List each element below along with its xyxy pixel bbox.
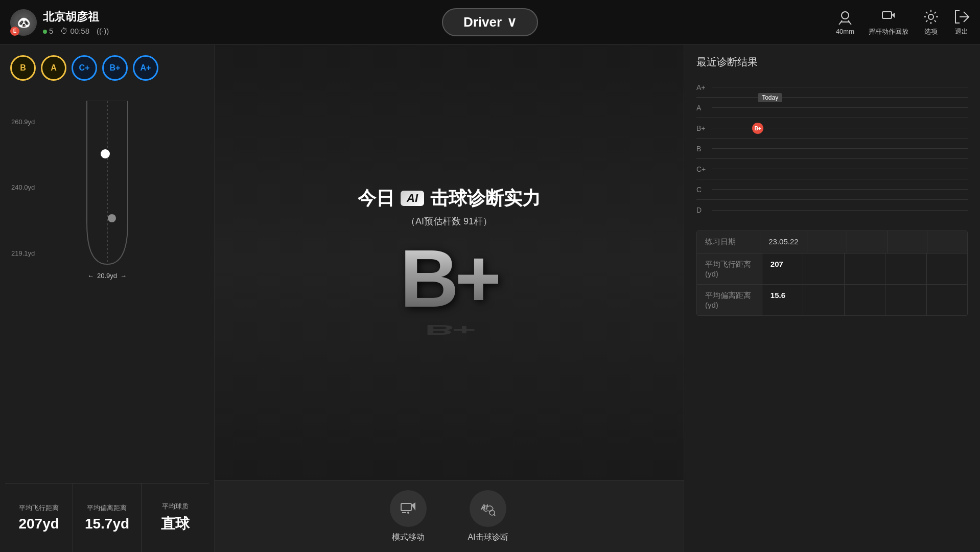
table-date-4 bbox=[888, 231, 928, 253]
club-selector[interactable]: Driver ∨ bbox=[442, 8, 538, 36]
shot-chart-area: 260.9yd 240.0yd 219.1yd ← bbox=[5, 89, 209, 286]
avatar: 🐼 E bbox=[10, 9, 37, 36]
y-label-mid: 240.0yd bbox=[11, 183, 35, 191]
ai-diagnosis-button[interactable]: AI AI击球诊断 bbox=[468, 490, 508, 543]
main-content: B A C+ B+ A+ 260.9yd 240.0yd 219.1yd bbox=[0, 45, 980, 552]
table-distance-val3 bbox=[845, 254, 885, 284]
grade-display: B+ B+ bbox=[400, 238, 499, 340]
y-label-bot: 219.1yd bbox=[11, 249, 35, 257]
table-distance-val1: 207 bbox=[762, 254, 803, 284]
grade-line-b bbox=[712, 148, 968, 149]
grade-label-d: D bbox=[696, 206, 712, 214]
player-name: 北京胡彦祖 bbox=[43, 9, 109, 25]
grade-row-a: A Today bbox=[696, 98, 968, 118]
chart-y-labels: 260.9yd 240.0yd 219.1yd bbox=[11, 89, 35, 286]
svg-rect-1 bbox=[882, 12, 892, 18]
grade-badge-cplus[interactable]: C+ bbox=[72, 55, 97, 81]
header: 🐼 E 北京胡彦祖 5 ⏱ 00:58 ((·)) Driver ∨ 40mm … bbox=[0, 0, 980, 45]
options-button[interactable]: 选项 bbox=[923, 9, 939, 36]
ai-diagnosis-icon: AI bbox=[470, 490, 506, 527]
stat-label-quality: 平均球质 bbox=[162, 502, 189, 511]
signal-icon: ((·)) bbox=[97, 27, 109, 35]
grade-badge-a[interactable]: A bbox=[41, 55, 66, 81]
header-left: 🐼 E 北京胡彦祖 5 ⏱ 00:58 ((·)) bbox=[10, 9, 164, 36]
stat-ball-quality: 平均球质 直球 bbox=[142, 484, 209, 552]
options-label: 选项 bbox=[924, 27, 938, 36]
table-date-1: 23.05.22 bbox=[760, 231, 807, 253]
table-distance-label: 平均飞行距离(yd) bbox=[697, 254, 762, 284]
avatar-badge: E bbox=[10, 27, 19, 36]
grade-line-cplus bbox=[712, 169, 968, 169]
ai-title: 今日 AI 击球诊断实力 bbox=[358, 186, 541, 211]
table-deviation-val5 bbox=[927, 285, 967, 315]
mode-move-label: 模式移动 bbox=[392, 532, 425, 543]
svg-point-0 bbox=[842, 12, 849, 19]
title-suffix: 击球诊断实力 bbox=[430, 186, 541, 211]
stat-label-deviation: 平均偏离距离 bbox=[87, 503, 127, 513]
mode-move-button[interactable]: 模式移动 bbox=[390, 490, 427, 543]
today-dot: B+ bbox=[752, 123, 763, 134]
exit-button[interactable]: 退出 bbox=[953, 9, 970, 36]
grade-badge-b[interactable]: B bbox=[10, 55, 36, 81]
grade-3d-text: B+ bbox=[400, 238, 499, 319]
grade-badges: B A C+ B+ A+ bbox=[5, 55, 209, 89]
lens-label: 40mm bbox=[836, 28, 854, 35]
svg-rect-5 bbox=[401, 503, 411, 511]
stat-label-distance: 平均飞行距离 bbox=[19, 503, 59, 513]
dot-green: 5 bbox=[43, 27, 53, 35]
grade-line-d bbox=[712, 210, 968, 211]
svg-point-2 bbox=[928, 14, 934, 19]
grade-label-aplus: A+ bbox=[696, 83, 712, 91]
grade-line-bplus: B+ bbox=[712, 128, 968, 128]
table-distance-val5 bbox=[927, 254, 967, 284]
table-date-2 bbox=[807, 231, 848, 253]
table-deviation-label: 平均偏离距离(yd) bbox=[697, 285, 762, 315]
club-label: Driver bbox=[463, 14, 502, 30]
y-label-top: 260.9yd bbox=[11, 118, 35, 126]
lens-button[interactable]: 40mm bbox=[836, 9, 854, 35]
center-top: 今日 AI 击球诊断实力 （AI预估杆数 91杆） B+ B+ bbox=[215, 45, 684, 480]
replay-button[interactable]: 挥杆动作回放 bbox=[869, 9, 908, 36]
club-arrow: ∨ bbox=[507, 14, 517, 30]
ai-diagnosis-label: AI击球诊断 bbox=[468, 532, 508, 543]
header-right: 40mm 挥杆动作回放 选项 退出 bbox=[816, 9, 970, 36]
stat-avg-distance: 平均飞行距离 207yd bbox=[5, 484, 73, 552]
grade-line-aplus bbox=[712, 87, 968, 87]
grade-reflection: B+ bbox=[400, 326, 499, 333]
table-deviation-val3 bbox=[845, 285, 885, 315]
table-distance-row: 平均飞行距离(yd) 207 bbox=[697, 254, 967, 285]
fairway-svg bbox=[59, 101, 156, 274]
right-panel: 最近诊断结果 A+ A Today bbox=[684, 45, 980, 552]
table-deviation-val4 bbox=[885, 285, 926, 315]
today-label: Today bbox=[758, 93, 782, 102]
grade-label-a: A bbox=[696, 104, 712, 112]
table-deviation-val2 bbox=[803, 285, 844, 315]
stat-value-distance: 207yd bbox=[18, 516, 59, 532]
stat-value-deviation: 15.7yd bbox=[85, 516, 129, 532]
table-date-5 bbox=[927, 231, 967, 253]
table-header-row: 练习日期 23.05.22 bbox=[697, 231, 967, 254]
section-title: 最近诊断结果 bbox=[696, 55, 968, 69]
table-deviation-val1: 15.6 bbox=[762, 285, 803, 315]
grade-line-a: Today bbox=[712, 107, 968, 108]
exit-label: 退出 bbox=[955, 27, 968, 36]
grade-badge-aplus[interactable]: A+ bbox=[133, 55, 158, 81]
grade-line-c bbox=[712, 189, 968, 190]
replay-label: 挥杆动作回放 bbox=[869, 27, 908, 36]
grade-chart: A+ A Today B+ B+ bbox=[696, 77, 968, 220]
table-header-label: 练习日期 bbox=[697, 231, 760, 253]
svg-text:AI: AI bbox=[480, 503, 488, 511]
stat-avg-deviation: 平均偏离距离 15.7yd bbox=[73, 484, 141, 552]
table-distance-val4 bbox=[885, 254, 926, 284]
player-meta: 5 ⏱ 00:58 ((·)) bbox=[43, 27, 109, 35]
table-distance-val2 bbox=[803, 254, 844, 284]
table-date-3 bbox=[847, 231, 888, 253]
player-info: 北京胡彦祖 5 ⏱ 00:58 ((·)) bbox=[43, 9, 109, 35]
arrow-left: ← bbox=[87, 272, 94, 280]
bottom-stats: 平均飞行距离 207yd 平均偏离距离 15.7yd 平均球质 直球 bbox=[5, 483, 209, 552]
ai-badge: AI bbox=[401, 191, 424, 206]
grade-label-c: C bbox=[696, 186, 712, 194]
grade-badge-bplus[interactable]: B+ bbox=[102, 55, 128, 81]
left-panel: B A C+ B+ A+ 260.9yd 240.0yd 219.1yd bbox=[0, 45, 215, 552]
fairway-chart: ← 20.9yd → bbox=[59, 101, 156, 274]
